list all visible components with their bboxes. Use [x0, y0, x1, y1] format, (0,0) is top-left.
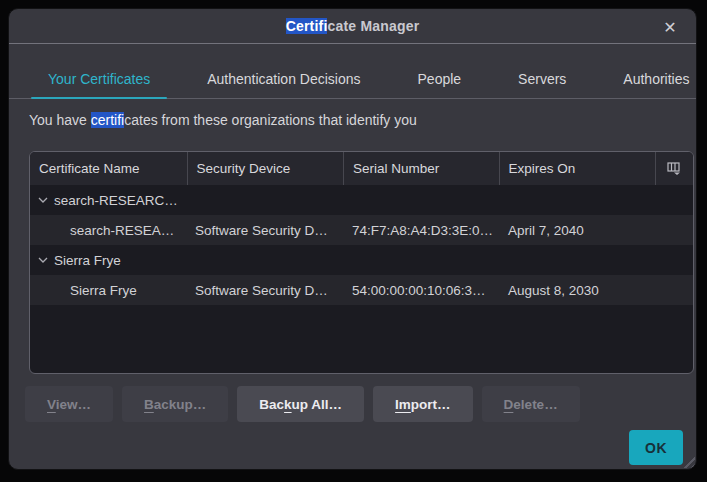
chevron-down-icon[interactable] [38, 257, 48, 263]
column-header-serial-number[interactable]: Serial Number [344, 152, 500, 185]
certificate-manager-dialog: Certificate Manager ✕ Your Certificates … [8, 8, 697, 470]
tab-people[interactable]: People [401, 61, 479, 98]
cert-expires: August 8, 2030 [501, 283, 658, 298]
column-picker-icon [667, 162, 682, 175]
tab-authorities[interactable]: Authorities [606, 61, 697, 98]
intro-text: You have certificates from these organiz… [9, 99, 696, 139]
certificate-table: Certificate Name Security Device Serial … [29, 151, 694, 374]
ok-button[interactable]: OK [629, 430, 683, 465]
table-row-group[interactable]: Sierra Frye [30, 245, 693, 275]
find-highlight: certifi [91, 112, 124, 128]
column-header-certificate-name[interactable]: Certificate Name [30, 152, 188, 185]
column-header-expires-on[interactable]: Expires On [500, 152, 657, 185]
table-header: Certificate Name Security Device Serial … [30, 152, 693, 185]
tab-strip: Your Certificates Authentication Decisio… [9, 61, 696, 99]
title-bar: Certificate Manager ✕ [9, 9, 696, 44]
tab-your-certificates[interactable]: Your Certificates [31, 61, 167, 98]
backup-all-button[interactable]: Backup All… [237, 386, 364, 422]
import-button[interactable]: Import… [373, 386, 473, 422]
delete-button[interactable]: Delete… [482, 386, 580, 422]
cert-name: search-RESEA… [30, 223, 188, 238]
backup-button[interactable]: Backup… [122, 386, 228, 422]
group-name: Sierra Frye [54, 253, 121, 268]
cert-serial: 74:F7:A8:A4:D3:3E:0… [345, 223, 501, 238]
resize-grip[interactable] [681, 454, 695, 468]
column-header-security-device[interactable]: Security Device [188, 152, 345, 185]
table-row[interactable]: Sierra Frye Software Security D… 54:00:0… [30, 275, 693, 305]
find-highlight: Certifi [286, 18, 328, 34]
tab-servers[interactable]: Servers [501, 61, 583, 98]
screen: Certificate Manager ✕ Your Certificates … [0, 0, 707, 482]
table-row[interactable]: search-RESEA… Software Security D… 74:F7… [30, 215, 693, 245]
view-button[interactable]: View… [25, 386, 113, 422]
action-button-row: View… Backup… Backup All… Import… Delete… [25, 386, 580, 422]
chevron-down-icon[interactable] [38, 197, 48, 203]
cert-serial: 54:00:00:00:10:06:3… [345, 283, 501, 298]
cert-device: Software Security D… [188, 223, 345, 238]
table-row-group[interactable]: search-RESEARC… [30, 185, 693, 215]
dialog-title: Certificate Manager [286, 18, 420, 34]
close-icon[interactable]: ✕ [658, 15, 682, 39]
group-name: search-RESEARC… [54, 193, 178, 208]
cert-device: Software Security D… [188, 283, 345, 298]
column-picker-button[interactable] [656, 152, 693, 185]
cert-expires: April 7, 2040 [501, 223, 658, 238]
cert-name: Sierra Frye [30, 283, 188, 298]
tab-authentication-decisions[interactable]: Authentication Decisions [190, 61, 377, 98]
